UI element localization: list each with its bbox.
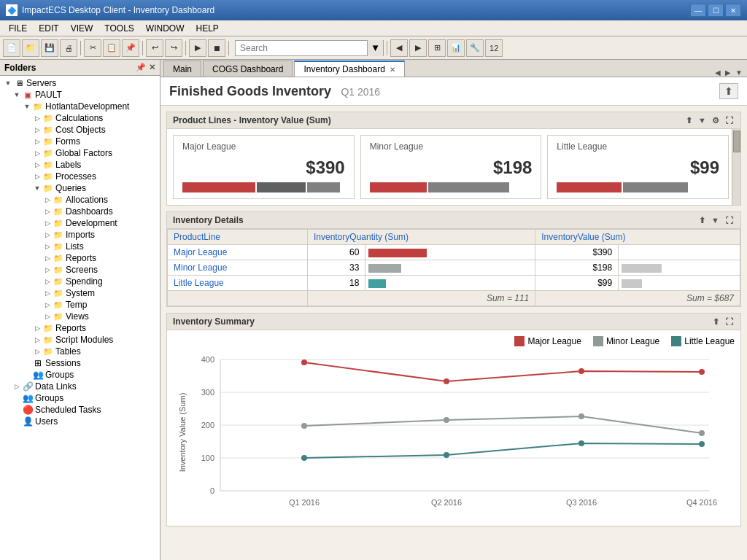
row2-product-link[interactable]: Minor League <box>174 262 227 273</box>
tree-global-factors[interactable]: ▷ 📁 Global Factors <box>1 147 158 159</box>
tree-spending[interactable]: ▷ 📁 Spending <box>1 276 158 287</box>
tree-processes[interactable]: ▷ 📁 Processes <box>1 171 158 182</box>
search-dropdown[interactable]: ▼ <box>367 40 383 56</box>
close-tab-icon[interactable]: ✕ <box>390 66 395 74</box>
expand-summary-icon[interactable]: ⛶ <box>724 317 735 327</box>
tree-script-modules[interactable]: ▷ 📁 Script Modules <box>1 334 158 346</box>
summary-panel-tools: ⬆ ⛶ <box>711 317 735 327</box>
folders-label: Folders <box>4 63 136 73</box>
panel-scrollbar[interactable] <box>732 129 740 205</box>
new-button[interactable]: 📄 <box>3 39 20 57</box>
tb-btn-extra2[interactable]: ▶ <box>409 39 427 57</box>
labels-label: Labels <box>55 160 81 170</box>
reports-queries-label: Reports <box>66 253 96 263</box>
close-panel-icon[interactable]: ✕ <box>149 63 155 72</box>
share-summary-icon[interactable]: ⬆ <box>711 317 721 327</box>
tree-queries[interactable]: ▼ 📁 Queries <box>1 182 158 194</box>
expander: ▷ <box>42 278 53 285</box>
little-value-bar <box>622 279 642 288</box>
menu-edit[interactable]: EDIT <box>33 22 64 35</box>
pault-icon: ▣ <box>22 90 34 100</box>
tree-data-links[interactable]: ▷ 🔗 Data Links <box>1 381 158 392</box>
tree-hd[interactable]: ▼ 📁 HotlantaDevelopment <box>1 101 158 112</box>
tree-groups2[interactable]: 👥 Groups <box>1 392 158 404</box>
tree-groups[interactable]: 👥 Groups <box>1 369 158 381</box>
tree-views[interactable]: ▷ 📁 Views <box>1 311 158 322</box>
search-box[interactable]: ▼ <box>235 40 384 56</box>
tree-dashboards[interactable]: ▷ 📁 Dashboards <box>1 206 158 217</box>
share-inv-icon[interactable]: ⬆ <box>697 216 707 225</box>
tree-reports-top[interactable]: ▷ 📁 Reports <box>1 322 158 334</box>
minimize-button[interactable]: — <box>690 4 706 17</box>
tree-imports[interactable]: ▷ 📁 Imports <box>1 229 158 241</box>
svg-text:Q4 2016: Q4 2016 <box>686 498 717 507</box>
tree-temp[interactable]: ▷ 📁 Temp <box>1 299 158 311</box>
tb-btn-extra1[interactable]: ◀ <box>390 39 408 57</box>
maximize-button[interactable]: ☐ <box>708 4 724 17</box>
tab-nav-left[interactable]: ◀ <box>713 69 722 77</box>
servers-label: Servers <box>26 78 56 88</box>
paste-button[interactable]: 📌 <box>122 39 139 57</box>
close-button[interactable]: ✕ <box>725 4 741 17</box>
tree-allocations[interactable]: ▷ 📁 Allocations <box>1 194 158 206</box>
menu-tools[interactable]: TOOLS <box>98 22 139 35</box>
tree-servers[interactable]: ▼ 🖥 Servers <box>1 77 158 89</box>
tb-btn-extra4[interactable]: 📊 <box>447 39 465 57</box>
expand-panel-icon[interactable]: ⛶ <box>724 116 735 125</box>
tree-system[interactable]: ▷ 📁 System <box>1 287 158 299</box>
expander: ▷ <box>32 161 42 168</box>
tree-forms[interactable]: ▷ 📁 Forms <box>1 136 158 147</box>
tree-development[interactable]: ▷ 📁 Development <box>1 217 158 229</box>
tab-cogs[interactable]: COGS Dashboard <box>203 61 293 77</box>
search-input[interactable] <box>236 43 367 53</box>
cut-button[interactable]: ✂ <box>84 39 101 57</box>
tree-scheduled-tasks[interactable]: 🔴 Scheduled Tasks <box>1 404 158 416</box>
row1-value-bar <box>619 245 740 260</box>
tab-nav-menu[interactable]: ▼ <box>734 69 744 77</box>
tb-btn-extra3[interactable]: ⊞ <box>428 39 446 57</box>
redo-button[interactable]: ↪ <box>165 39 182 57</box>
tree-reports-queries[interactable]: ▷ 📁 Reports <box>1 252 158 264</box>
undo-button[interactable]: ↩ <box>146 39 163 57</box>
expand-inv-icon[interactable]: ⛶ <box>724 216 735 225</box>
row1-product-link[interactable]: Major League <box>174 247 227 257</box>
tree-pault[interactable]: ▼ ▣ PAULT <box>1 89 158 101</box>
copy-button[interactable]: 📋 <box>103 39 120 57</box>
menu-window[interactable]: WINDOW <box>140 22 190 35</box>
tab-main[interactable]: Main <box>163 61 201 77</box>
tabs-bar: Main COGS Dashboard Inventory Dashboard … <box>160 60 747 77</box>
filter-panel-icon[interactable]: ▼ <box>697 116 708 125</box>
share-button[interactable]: ⬆ <box>719 83 738 99</box>
stop-button[interactable]: ⏹ <box>208 39 225 57</box>
tb-btn-extra5[interactable]: 🔧 <box>466 39 484 57</box>
menu-view[interactable]: VIEW <box>65 22 99 35</box>
svg-text:300: 300 <box>201 388 214 397</box>
tree-labels[interactable]: ▷ 📁 Labels <box>1 159 158 171</box>
settings-panel-icon[interactable]: ⚙ <box>711 116 721 125</box>
tab-nav-right[interactable]: ▶ <box>724 69 732 77</box>
filter-inv-icon[interactable]: ▼ <box>710 216 721 225</box>
run-button[interactable]: ▶ <box>189 39 206 57</box>
tree-lists[interactable]: ▷ 📁 Lists <box>1 241 158 252</box>
tab-inventory[interactable]: Inventory Dashboard ✕ <box>294 61 404 77</box>
open-button[interactable]: 📁 <box>22 39 39 57</box>
legend-minor-label: Minor League <box>606 336 659 346</box>
menu-help[interactable]: HELP <box>190 22 224 35</box>
tb-btn-extra6[interactable]: 12 <box>485 39 503 57</box>
expander: ▼ <box>22 103 32 110</box>
minor-league-bar <box>370 182 533 192</box>
tree-cost-objects[interactable]: ▷ 📁 Cost Objects <box>1 124 158 136</box>
tree-calculations[interactable]: ▷ 📁 Calculations <box>1 112 158 124</box>
pin-icon[interactable]: 📌 <box>136 63 146 72</box>
tree-sessions[interactable]: ⊞ Sessions <box>1 357 158 369</box>
row3-product-link[interactable]: Little League <box>174 278 224 288</box>
menu-file[interactable]: FILE <box>3 22 33 35</box>
tree-screens[interactable]: ▷ 📁 Screens <box>1 264 158 276</box>
share-panel-icon[interactable]: ⬆ <box>684 116 694 125</box>
folder-icon: 📁 <box>32 101 44 112</box>
tree-users[interactable]: 👤 Users <box>1 416 158 427</box>
print-button[interactable]: 🖨 <box>60 39 77 57</box>
tree-tables[interactable]: ▷ 📁 Tables <box>1 346 158 357</box>
save-button[interactable]: 💾 <box>41 39 58 57</box>
svg-text:100: 100 <box>201 454 214 462</box>
